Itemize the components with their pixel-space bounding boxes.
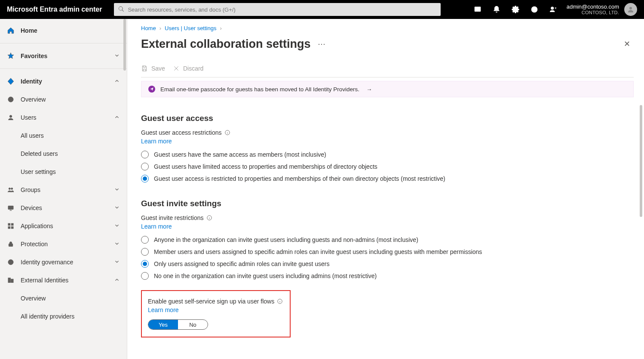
radio-option[interactable]: Only users assigned to specific admin ro… — [141, 260, 634, 268]
sidebar-item-label: Overview — [21, 96, 46, 103]
discard-button[interactable]: Discard — [173, 65, 203, 72]
breadcrumb-users[interactable]: Users | User settings — [165, 25, 216, 31]
sidebar-applications[interactable]: Applications — [0, 217, 127, 235]
sidebar-item-label: All identity providers — [21, 313, 74, 320]
radio-option[interactable]: Guest users have limited access to prope… — [141, 163, 634, 170]
star-icon — [6, 52, 15, 60]
lock-icon — [6, 241, 15, 248]
discard-label: Discard — [183, 65, 203, 72]
save-button[interactable]: Save — [141, 65, 165, 72]
svg-point-7 — [9, 115, 12, 118]
sidebar-all-users[interactable]: All users — [0, 127, 127, 145]
main-content: Home › Users | User settings › External … — [127, 19, 644, 359]
section-heading: Guest invite settings — [141, 199, 634, 208]
toggle-yes[interactable]: Yes — [148, 320, 178, 329]
home-icon — [6, 27, 15, 34]
sidebar-item-label: Home — [21, 27, 37, 34]
svg-rect-19 — [11, 279, 13, 282]
learn-more-link[interactable]: Learn more — [141, 138, 172, 145]
radio-label: Guest users have the same access as memb… — [154, 151, 326, 158]
device-icon — [6, 204, 15, 211]
sidebar-item-label: Groups — [21, 186, 40, 193]
sidebar-overview[interactable]: Overview — [0, 90, 127, 108]
info-text: Email one-time passcode for guests has b… — [160, 86, 359, 93]
info-banner[interactable]: Email one-time passcode for guests has b… — [141, 81, 634, 97]
sidebar-item-label: Applications — [21, 223, 53, 229]
cloud-shell-icon[interactable] — [469, 0, 486, 19]
radio-option[interactable]: Guest users have the same access as memb… — [141, 151, 634, 158]
self-service-highlight: Enable guest self-service sign up via us… — [141, 290, 291, 337]
chevron-down-icon — [114, 241, 120, 248]
svg-point-8 — [9, 188, 10, 189]
self-service-toggle[interactable]: Yes No — [148, 319, 208, 330]
main-scrollbar[interactable] — [640, 105, 642, 217]
avatar[interactable] — [624, 3, 637, 16]
close-icon[interactable]: ✕ — [620, 36, 634, 52]
radio-label: Anyone in the organization can invite gu… — [154, 236, 418, 243]
radio-label: No one in the organization can invite gu… — [154, 272, 377, 279]
help-icon[interactable] — [526, 0, 543, 19]
account-org: CONTOSO, LTD. — [567, 10, 619, 15]
svg-point-4 — [551, 7, 553, 9]
sidebar-scrollbar[interactable] — [123, 19, 127, 359]
learn-more-link[interactable]: Learn more — [148, 306, 179, 313]
guest-invite-radios: Anyone in the organization can invite gu… — [141, 236, 634, 280]
svg-rect-14 — [11, 226, 13, 229]
header-iconbar — [469, 0, 561, 19]
radio-option[interactable]: Guest user access is restricted to prope… — [141, 175, 634, 183]
sidebar-groups[interactable]: Groups — [0, 181, 127, 199]
settings-icon[interactable] — [507, 0, 524, 19]
svg-rect-11 — [8, 223, 10, 226]
radio-label: Guest users have limited access to prope… — [154, 163, 377, 170]
identity-icon — [6, 77, 15, 85]
account-block[interactable]: admin@contoso.com CONTOSO, LTD. — [567, 4, 619, 15]
guest-access-radios: Guest users have the same access as memb… — [141, 151, 634, 183]
sidebar-item-label: All users — [21, 132, 44, 139]
external-icon — [6, 277, 15, 284]
more-icon[interactable]: ⋯ — [318, 39, 326, 49]
chevron-up-icon — [114, 114, 120, 121]
learn-more-link[interactable]: Learn more — [141, 223, 172, 230]
sidebar-devices[interactable]: Devices — [0, 199, 127, 217]
toolbar: Save Discard — [141, 65, 634, 77]
radio-option[interactable]: Member users and users assigned to speci… — [141, 248, 634, 256]
radio-option[interactable]: Anyone in the organization can invite gu… — [141, 236, 634, 244]
section-heading: Guest user access — [141, 114, 634, 123]
sidebar-favorites[interactable]: Favorites — [0, 47, 127, 65]
search-input[interactable] — [128, 6, 436, 13]
sidebar-external-identities[interactable]: External Identities — [0, 271, 127, 289]
radio-option[interactable]: No one in the organization can invite gu… — [141, 272, 634, 280]
sidebar-users[interactable]: Users — [0, 108, 127, 127]
toggle-no[interactable]: No — [178, 320, 208, 329]
sidebar-user-settings[interactable]: User settings — [0, 163, 127, 181]
sidebar-ext-providers[interactable]: All identity providers — [0, 307, 127, 325]
sidebar-identity-governance[interactable]: Identity governance — [0, 253, 127, 271]
section-sublabel: Guest invite restrictions — [141, 214, 634, 221]
breadcrumb-sep: › — [220, 25, 221, 31]
breadcrumb: Home › Users | User settings › — [141, 25, 634, 31]
svg-rect-10 — [8, 206, 13, 209]
arrow-icon: → — [366, 86, 372, 93]
governance-icon — [6, 259, 15, 266]
app-header: Microsoft Entra admin center admin@conto… — [0, 0, 644, 19]
svg-point-3 — [534, 11, 534, 11]
user-icon — [6, 114, 15, 121]
sidebar: Home Favorites Identity Overview Users A… — [0, 19, 127, 359]
group-icon — [6, 186, 15, 193]
sidebar-deleted-users[interactable]: Deleted users — [0, 145, 127, 163]
sidebar-identity[interactable]: Identity — [0, 72, 127, 90]
notifications-icon[interactable] — [488, 0, 505, 19]
breadcrumb-home[interactable]: Home — [141, 25, 156, 31]
sidebar-item-label: External Identities — [21, 277, 68, 284]
sidebar-item-label: Protection — [21, 241, 48, 248]
feedback-icon[interactable] — [545, 0, 561, 19]
search-icon — [118, 6, 128, 13]
sidebar-home[interactable]: Home — [0, 22, 127, 40]
sidebar-ext-overview[interactable]: Overview — [0, 289, 127, 307]
sidebar-item-label: Users — [21, 114, 37, 121]
sidebar-item-label: Overview — [21, 295, 46, 302]
apps-icon — [6, 223, 15, 229]
brand-title: Microsoft Entra admin center — [7, 6, 102, 13]
global-search[interactable] — [114, 3, 441, 16]
sidebar-protection[interactable]: Protection — [0, 235, 127, 253]
